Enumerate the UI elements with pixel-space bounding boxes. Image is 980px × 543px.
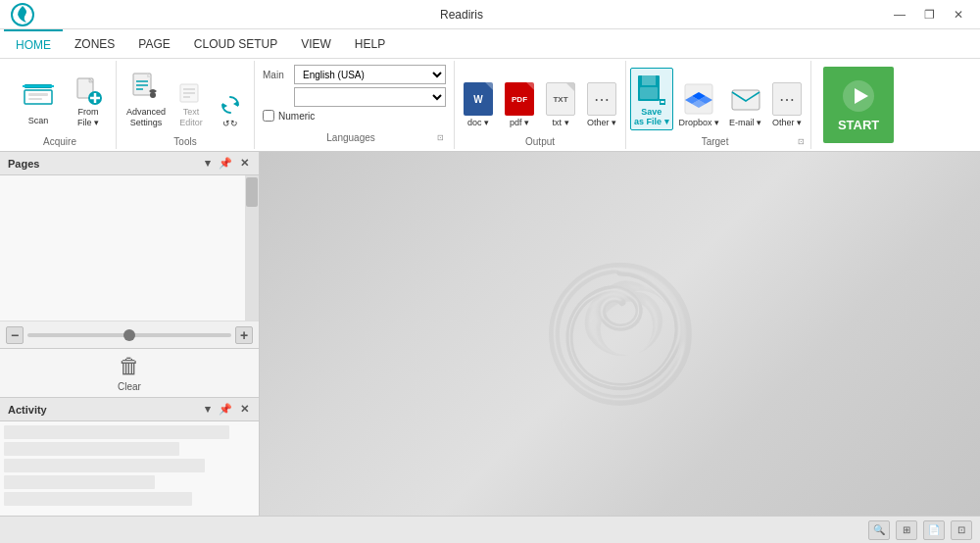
text-editor-icon [177,79,205,107]
menubar: HOME ZONES PAGE CLOUD SETUP VIEW HELP [0,29,980,59]
output-other-button[interactable]: ⋯ Other ▾ [582,77,621,130]
target-buttons: Saveas File ▾ Dropbox ▾ [630,61,807,134]
from-file-label: FromFile ▾ [77,107,99,128]
close-button[interactable]: ✕ [945,5,972,25]
menu-item-home[interactable]: HOME [4,29,63,58]
menu-item-zones[interactable]: ZONES [63,29,126,58]
statusbar-search-btn[interactable]: 🔍 [868,520,890,540]
output-txt-button[interactable]: TXT txt ▾ [541,77,580,130]
svg-rect-20 [642,75,656,85]
email-button[interactable]: E-mail ▾ [725,77,765,130]
ribbon-group-acquire: Scan FromFile ▾ Acquire [4,61,117,149]
zoom-plus-button[interactable]: + [235,326,253,344]
start-button[interactable]: START [823,67,894,143]
advanced-settings-label: AdvancedSettings [126,107,166,128]
activity-pin-btn[interactable]: 📌 [217,403,234,416]
from-file-button[interactable]: FromFile ▾ [69,74,108,130]
output-doc-button[interactable]: W doc ▾ [459,77,498,130]
zoom-slider[interactable] [27,333,231,337]
target-group-label: Target [632,134,798,149]
activity-panel-title: Activity [8,404,47,416]
pages-panel-controls: ▾ 📌 ✕ [203,157,251,170]
pages-close-btn[interactable]: ✕ [238,157,251,170]
pdf-label: pdf ▾ [510,118,529,127]
statusbar: 🔍 ⊞ 📄 ⊡ [0,516,980,543]
numeric-checkbox[interactable] [263,110,274,122]
activity-close-btn[interactable]: ✕ [238,403,251,416]
main-language-row: Main English (USA) English (UK) French G… [263,65,446,84]
sidebar: Pages ▾ 📌 ✕ − + 🗑 Clear [0,152,260,516]
watermark-logo [532,246,709,422]
scan-label: Scan [28,116,49,125]
text-editor-label: TextEditor [179,107,203,128]
target-expand-icon[interactable]: ⊡ [798,137,805,146]
target-group-footer: Target ⊡ [630,134,807,149]
activity-dropdown-btn[interactable]: ▾ [203,403,213,416]
acquire-group-footer: Acquire [12,134,108,149]
app-logo [8,0,37,29]
svg-rect-5 [28,98,42,100]
menu-item-page[interactable]: PAGE [126,29,181,58]
save-as-file-label: Saveas File ▾ [634,108,669,127]
clear-label: Clear [118,381,141,392]
svg-rect-2 [24,90,52,104]
activity-row-4 [4,475,155,489]
email-icon [730,80,761,118]
dropbox-label: Dropbox ▾ [679,118,720,127]
zoom-minus-button[interactable]: − [6,326,24,344]
canvas-area [260,152,980,516]
ribbon-group-tools: AdvancedSettings TextEditor [117,61,255,149]
languages-expand-icon[interactable]: ⊡ [437,133,444,142]
svg-rect-21 [640,87,658,99]
statusbar-settings-btn[interactable]: ⊡ [951,520,972,540]
output-group-label: Output [461,134,619,149]
main-area: Pages ▾ 📌 ✕ − + 🗑 Clear [0,152,980,516]
clear-area: 🗑 Clear [0,349,259,398]
doc-icon: W [463,80,494,118]
svg-marker-17 [233,101,238,107]
advanced-settings-button[interactable]: AdvancedSettings [122,70,170,130]
rotate-icon [217,91,244,119]
target-other-button[interactable]: ⋯ Other ▾ [767,77,807,130]
output-other-label: Other ▾ [587,118,616,127]
start-label: START [838,118,879,132]
save-as-file-icon [635,71,668,108]
pages-content [0,175,259,321]
pdf-icon: PDF [504,80,535,118]
trash-icon[interactable]: 🗑 [119,354,140,379]
output-other-icon: ⋯ [586,80,617,118]
app-title: Readiris [37,8,886,22]
output-pdf-button[interactable]: PDF pdf ▾ [500,77,539,130]
minimize-button[interactable]: — [886,5,913,25]
rotate-label: ↺↻ [222,119,238,128]
menu-item-cloud-setup[interactable]: CLOUD SETUP [182,29,289,58]
languages-group-label: Languages [265,130,437,145]
target-other-icon: ⋯ [771,80,803,118]
menu-item-help[interactable]: HELP [343,29,397,58]
svg-rect-23 [732,90,760,110]
text-editor-button[interactable]: TextEditor [173,77,209,130]
languages-group-footer: Languages ⊡ [263,130,446,145]
output-group-footer: Output [459,134,621,149]
start-section: START [811,61,906,149]
restore-button[interactable]: ❐ [915,5,943,25]
statusbar-grid-btn[interactable]: ⊞ [896,520,917,540]
statusbar-page-btn[interactable]: 📄 [923,520,945,540]
scan-button[interactable]: Scan [12,70,65,130]
main-language-select[interactable]: English (USA) English (UK) French German… [294,65,446,84]
doc-label: doc ▾ [467,118,489,127]
svg-rect-4 [28,93,48,96]
txt-label: txt ▾ [553,118,569,127]
rotate-button[interactable]: ↺↻ [213,89,248,130]
dropbox-button[interactable]: Dropbox ▾ [675,77,724,130]
pages-scrollbar[interactable] [245,175,259,321]
pages-dropdown-btn[interactable]: ▾ [203,157,213,170]
dropbox-icon [683,80,714,118]
save-as-file-button[interactable]: Saveas File ▾ [630,68,673,130]
second-language-select[interactable]: English (USA) French [294,87,446,107]
menu-item-view[interactable]: VIEW [289,29,343,58]
main-lang-label: Main [263,70,290,80]
tools-group-footer: Tools [122,134,248,149]
pages-pin-btn[interactable]: 📌 [217,157,234,170]
numeric-label: Numeric [278,111,315,122]
